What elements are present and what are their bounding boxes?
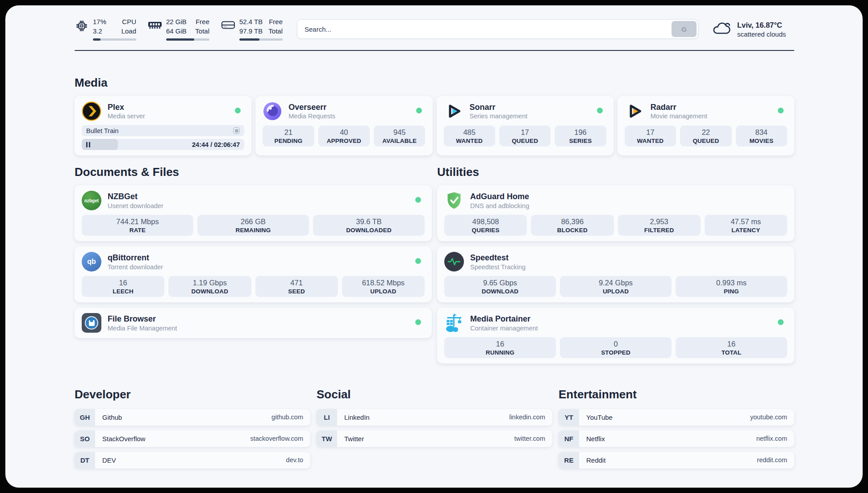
app-card-overseerr[interactable]: Overseerr Media Requests 21PENDING 40APP… bbox=[255, 96, 432, 155]
link-url: stackoverflow.com bbox=[250, 435, 303, 442]
app-description: Media File Management bbox=[108, 325, 177, 332]
stat-downloaded: 39.6 TBDOWNLOADED bbox=[313, 215, 425, 236]
section-title-utilities: Utilities bbox=[437, 165, 794, 179]
app-card-plex[interactable]: Plex Media server Bullet Train 24:44 / 0… bbox=[75, 96, 251, 155]
link-initials-badge: NF bbox=[559, 430, 579, 447]
app-description: Series management bbox=[470, 113, 528, 120]
app-name: Media Portainer bbox=[470, 314, 538, 324]
app-card-qbittorrent[interactable]: qb qBittorrent Torrent downloader 16LEEC… bbox=[75, 246, 432, 302]
stat-running: 16RUNNING bbox=[444, 337, 556, 358]
stat-total: 16TOTAL bbox=[676, 337, 787, 358]
link-youtube[interactable]: YT YouTube youtube.com bbox=[559, 409, 794, 426]
cpu-load-value: 3.2 bbox=[93, 27, 106, 36]
stat-ping: 0.993 msPING bbox=[676, 276, 787, 297]
playback-progress-fill bbox=[82, 139, 118, 150]
link-url: reddit.com bbox=[757, 456, 787, 464]
link-url: linkedin.com bbox=[509, 414, 545, 421]
stat-download: 1.19 GbpsDOWNLOAD bbox=[168, 276, 251, 297]
cpu-label-line1: CPU bbox=[121, 17, 136, 26]
link-initials-badge: TW bbox=[317, 430, 337, 447]
stat-upload: 9.24 GbpsUPLOAD bbox=[560, 276, 672, 297]
filebrowser-icon bbox=[82, 313, 101, 333]
cpu-widget: 17% 3.2 CPU Load bbox=[75, 17, 136, 41]
app-description: Movie management bbox=[651, 113, 707, 120]
disk-usage-bar bbox=[239, 38, 283, 41]
memory-total-value: 64 GiB bbox=[166, 27, 187, 36]
stat-download: 9.65 GbpsDOWNLOAD bbox=[444, 276, 556, 297]
link-url: github.com bbox=[271, 414, 303, 421]
stat-series: 196SERIES bbox=[555, 125, 606, 146]
link-initials-badge: SO bbox=[75, 430, 95, 447]
search-input[interactable] bbox=[297, 19, 698, 39]
link-twitter[interactable]: TW Twitter twitter.com bbox=[317, 430, 552, 447]
app-name: Overseerr bbox=[288, 103, 335, 113]
stat-queued: 17QUEUED bbox=[499, 125, 551, 146]
search-engine-button[interactable]: G bbox=[672, 21, 697, 37]
section-title-entertainment: Entertainment bbox=[559, 388, 794, 401]
playback-progress-bar: 24:44 / 02:06:47 bbox=[82, 139, 244, 150]
link-name: YouTube bbox=[586, 414, 613, 421]
link-name: LinkedIn bbox=[344, 414, 370, 421]
portainer-icon bbox=[444, 313, 464, 333]
link-stackoverflow[interactable]: SO StackOverflow stackoverflow.com bbox=[75, 430, 310, 447]
disk-label-line1: Free bbox=[268, 17, 283, 26]
link-initials-badge: DT bbox=[75, 452, 95, 468]
app-card-filebrowser[interactable]: File Browser Media File Management bbox=[75, 308, 432, 338]
section-title-social: Social bbox=[317, 388, 552, 401]
link-netflix[interactable]: NF Netflix netflix.com bbox=[559, 430, 794, 447]
app-description: Media server bbox=[108, 113, 145, 120]
stat-movies: 834MOVIES bbox=[736, 125, 787, 146]
stat-wanted: 485WANTED bbox=[444, 125, 495, 146]
session-screen-icon bbox=[233, 127, 240, 134]
stat-queued: 22QUEUED bbox=[680, 125, 731, 146]
link-url: youtube.com bbox=[750, 414, 787, 421]
app-card-adguard[interactable]: AdGuard Home DNS and adblocking 498,508Q… bbox=[437, 185, 794, 241]
app-card-sonarr[interactable]: Sonarr Series management 485WANTED 17QUE… bbox=[437, 96, 613, 155]
scattered-clouds-icon bbox=[712, 21, 731, 38]
link-name: Netflix bbox=[586, 435, 605, 443]
adguard-icon bbox=[444, 191, 464, 210]
cpu-usage-value: 17% bbox=[93, 17, 106, 26]
cpu-chip-icon bbox=[75, 20, 89, 32]
stat-latency: 47.57 msLATENCY bbox=[705, 215, 787, 236]
app-name: Plex bbox=[108, 103, 145, 113]
weather-location-temp: Lviv, 16.87°C bbox=[737, 20, 786, 30]
stat-blocked: 86,396BLOCKED bbox=[531, 215, 613, 236]
link-initials-badge: YT bbox=[559, 409, 579, 426]
stat-remaining: 266 GBREMAINING bbox=[197, 215, 309, 236]
memory-free-value: 22 GiB bbox=[166, 17, 187, 26]
link-linkedin[interactable]: LI LinkedIn linkedin.com bbox=[317, 409, 552, 426]
app-card-radarr[interactable]: Radarr Movie management 17WANTED 22QUEUE… bbox=[618, 96, 794, 155]
link-dev-to[interactable]: DT DEV dev.to bbox=[75, 452, 310, 468]
search-box: G bbox=[297, 19, 698, 39]
disk-free-value: 52.4 TB bbox=[239, 17, 263, 26]
app-card-speedtest[interactable]: Speedtest Speedtest Tracking 9.65 GbpsDO… bbox=[437, 246, 794, 302]
cpu-usage-bar bbox=[93, 38, 136, 41]
status-online-dot bbox=[416, 108, 422, 113]
dashboard-panel: 17% 3.2 CPU Load bbox=[5, 5, 863, 488]
app-name: Sonarr bbox=[470, 103, 528, 113]
nzbget-icon: nzbget bbox=[82, 191, 101, 210]
link-url: twitter.com bbox=[514, 435, 545, 442]
app-name: NZBGet bbox=[108, 192, 163, 202]
app-name: qBittorrent bbox=[108, 253, 163, 263]
app-name: AdGuard Home bbox=[470, 192, 529, 202]
app-description: Speedtest Tracking bbox=[470, 263, 526, 271]
app-card-portainer[interactable]: Media Portainer Container management 16R… bbox=[437, 308, 794, 363]
app-description: Torrent downloader bbox=[108, 263, 163, 271]
link-reddit[interactable]: RE Reddit reddit.com bbox=[559, 452, 794, 468]
pause-icon bbox=[86, 142, 90, 147]
stat-seed: 471SEED bbox=[255, 276, 338, 297]
app-description: Container management bbox=[470, 325, 538, 332]
app-card-nzbget[interactable]: nzbget NZBGet Usenet downloader 744.21 M… bbox=[75, 185, 432, 241]
link-name: Twitter bbox=[344, 435, 364, 443]
section-title-documents: Documents & Files bbox=[75, 165, 432, 179]
app-name: File Browser bbox=[108, 314, 177, 324]
stat-available: 945AVAILABLE bbox=[374, 125, 425, 146]
sonarr-icon bbox=[444, 101, 463, 121]
link-github[interactable]: GH Github github.com bbox=[75, 409, 310, 426]
status-online-dot bbox=[597, 108, 603, 113]
app-name: Speedtest bbox=[470, 253, 526, 263]
link-name: Reddit bbox=[586, 456, 605, 464]
stat-wanted: 17WANTED bbox=[625, 125, 676, 146]
